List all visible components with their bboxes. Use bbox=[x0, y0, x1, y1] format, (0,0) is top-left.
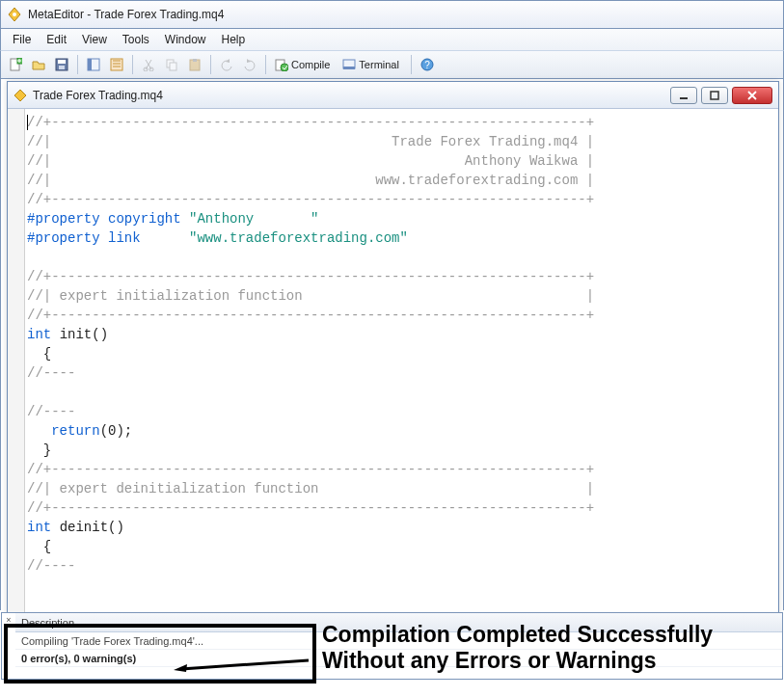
svg-rect-13 bbox=[170, 63, 176, 70]
menubar: File Edit View Tools Window Help bbox=[0, 29, 784, 50]
undo-button[interactable] bbox=[216, 54, 237, 75]
svg-rect-24 bbox=[711, 92, 718, 99]
svg-text:?: ? bbox=[424, 60, 430, 70]
app-title: MetaEditor - Trade Forex Trading.mq4 bbox=[28, 8, 224, 21]
redo-button[interactable] bbox=[239, 54, 260, 75]
paste-button[interactable] bbox=[184, 54, 205, 75]
document-title: Trade Forex Trading.mq4 bbox=[33, 89, 664, 102]
main-titlebar: MetaEditor - Trade Forex Trading.mq4 bbox=[0, 0, 784, 29]
svg-rect-23 bbox=[680, 97, 688, 99]
doc-minimize-button[interactable] bbox=[670, 87, 697, 104]
svg-rect-5 bbox=[58, 60, 66, 64]
terminal-label: Terminal bbox=[359, 59, 399, 70]
code-editor[interactable]: //+-------------------------------------… bbox=[8, 109, 778, 615]
svg-point-17 bbox=[281, 64, 288, 71]
document-window: Trade Forex Trading.mq4 //+-------------… bbox=[7, 81, 779, 616]
doc-maximize-button[interactable] bbox=[701, 87, 728, 104]
compile-button[interactable]: Compile bbox=[271, 54, 337, 75]
svg-point-1 bbox=[13, 13, 16, 16]
open-file-button[interactable] bbox=[28, 54, 49, 75]
editor-gutter bbox=[8, 109, 25, 615]
document-titlebar[interactable]: Trade Forex Trading.mq4 bbox=[8, 82, 778, 109]
menu-edit[interactable]: Edit bbox=[39, 31, 74, 48]
errors-panel-close-button[interactable]: × bbox=[4, 615, 14, 625]
toggle-toolbox-button[interactable] bbox=[106, 54, 127, 75]
svg-rect-8 bbox=[88, 59, 92, 70]
document-icon bbox=[14, 89, 27, 102]
mdi-client-area: Trade Forex Trading.mq4 //+-------------… bbox=[0, 79, 784, 610]
app-icon bbox=[7, 7, 22, 22]
svg-rect-15 bbox=[193, 59, 197, 62]
menu-window[interactable]: Window bbox=[157, 31, 214, 48]
toggle-navigator-button[interactable] bbox=[83, 54, 104, 75]
annotation-text: Compilation Completed Successfully Witho… bbox=[322, 622, 713, 674]
compile-label: Compile bbox=[291, 59, 330, 70]
menu-view[interactable]: View bbox=[74, 31, 115, 48]
menu-tools[interactable]: Tools bbox=[115, 31, 157, 48]
doc-close-button[interactable] bbox=[732, 87, 772, 104]
svg-rect-19 bbox=[343, 67, 355, 69]
help-button[interactable]: ? bbox=[417, 54, 438, 75]
toolbar: Compile Terminal ? bbox=[0, 50, 784, 79]
copy-button[interactable] bbox=[161, 54, 182, 75]
new-file-button[interactable] bbox=[5, 54, 26, 75]
menu-file[interactable]: File bbox=[5, 31, 39, 48]
cut-button[interactable] bbox=[138, 54, 159, 75]
save-button[interactable] bbox=[51, 54, 72, 75]
svg-rect-6 bbox=[59, 66, 65, 69]
menu-help[interactable]: Help bbox=[214, 31, 254, 48]
terminal-button[interactable]: Terminal bbox=[338, 54, 406, 75]
svg-marker-22 bbox=[14, 90, 26, 101]
code-content[interactable]: //+-------------------------------------… bbox=[25, 109, 778, 615]
